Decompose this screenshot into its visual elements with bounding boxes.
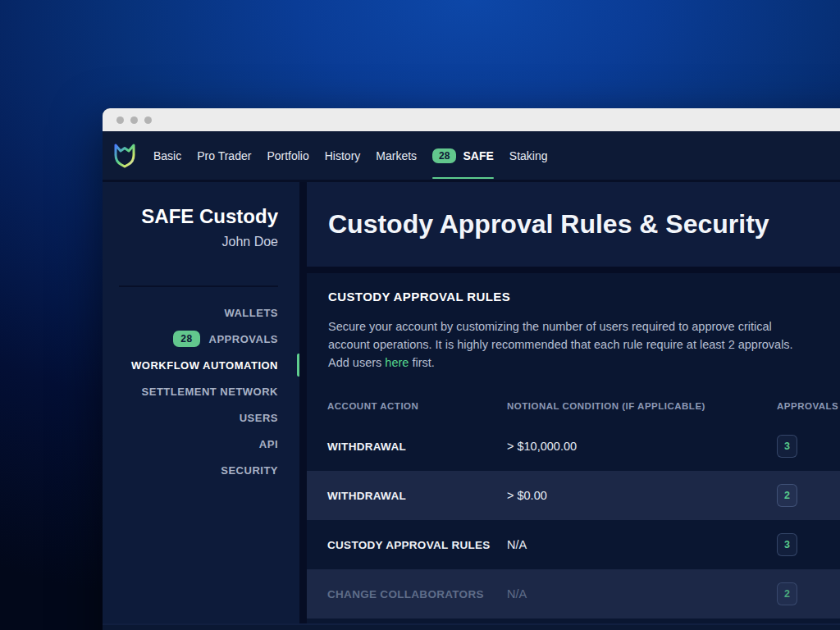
section-title: CUSTODY APPROVAL RULES (307, 290, 840, 304)
main-area: Custody Approval Rules & Security CUSTOD… (299, 182, 840, 630)
safe-sidebar: SAFE Custody John Doe WALLETS28APPROVALS… (103, 182, 299, 630)
table-row-withdrawal[interactable]: WITHDRAWAL> $10,000.003 (307, 422, 840, 471)
nav-item-basic[interactable]: Basic (153, 130, 181, 181)
nav-badge-count: 28 (432, 148, 456, 163)
cell-account-action: WITHDRAWAL (327, 490, 507, 502)
nav-item-portfolio[interactable]: Portfolio (267, 130, 308, 181)
brand-logo[interactable] (109, 140, 140, 171)
nav-item-pro-trader[interactable]: Pro Trader (197, 130, 251, 181)
nav-item-markets[interactable]: Markets (376, 130, 417, 181)
fox-logo-icon (110, 141, 139, 171)
content-row: SAFE Custody John Doe WALLETS28APPROVALS… (103, 182, 840, 630)
table-row-change-collaborators[interactable]: CHANGE COLLABORATORSN/A2 (307, 569, 840, 619)
browser-window: BasicPro TraderPortfolioHistoryMarkets28… (103, 108, 840, 630)
top-navbar: BasicPro TraderPortfolioHistoryMarkets28… (103, 131, 840, 182)
table-row-custody-approval-rules[interactable]: CUSTODY APPROVAL RULESN/A3 (307, 520, 840, 569)
column-header-approvals-required: APPROVALS REQUIRED (777, 401, 840, 411)
sidebar-divider (119, 285, 278, 287)
approvals-count-badge[interactable]: 2 (777, 484, 797, 507)
sidebar-item-security[interactable]: SECURITY (103, 457, 299, 483)
cell-approvals: 2 (777, 582, 840, 605)
sidebar-title: SAFE Custody (103, 205, 299, 228)
window-close-button[interactable] (116, 116, 124, 124)
nav-item-label: History (325, 149, 361, 162)
sidebar-item-label: WALLETS (224, 307, 278, 319)
sidebar-item-approvals[interactable]: 28APPROVALS (103, 326, 299, 352)
nav-items: BasicPro TraderPortfolioHistoryMarkets28… (153, 130, 548, 181)
nav-item-label: Staking (509, 149, 548, 162)
nav-item-staking[interactable]: Staking (509, 130, 548, 181)
window-minimize-button[interactable] (130, 116, 138, 124)
sidebar-item-users[interactable]: USERS (103, 404, 299, 431)
cell-approvals: 2 (777, 484, 840, 507)
approval-rules-table: ACCOUNT ACTIONNOTIONAL CONDITION (IF APP… (307, 390, 840, 619)
sidebar-item-label: USERS (240, 412, 278, 424)
cell-notional-condition: > $10,000.00 (507, 440, 777, 453)
sidebar-username: John Doe (103, 235, 299, 249)
sidebar-item-wallets[interactable]: WALLETS (103, 299, 299, 326)
approvals-count-badge[interactable]: 3 (777, 435, 797, 458)
nav-item-label: Markets (376, 149, 417, 162)
table-body: WITHDRAWAL> $10,000.003WITHDRAWAL> $0.00… (307, 422, 840, 619)
nav-item-label: Basic (153, 149, 181, 162)
cell-notional-condition: N/A (507, 587, 777, 600)
sidebar-item-api[interactable]: API (103, 431, 299, 457)
custody-rules-panel: CUSTODY APPROVAL RULES Secure your accou… (307, 273, 840, 630)
cell-approvals: 3 (777, 533, 840, 556)
window-maximize-button[interactable] (144, 116, 152, 124)
table-header-row: ACCOUNT ACTIONNOTIONAL CONDITION (IF APP… (307, 390, 840, 422)
cell-account-action: CHANGE COLLABORATORS (327, 588, 507, 600)
bottom-ticker-bar: KM 1.00000 (103, 623, 840, 630)
nav-item-safe[interactable]: 28SAFE (432, 130, 494, 181)
sidebar-item-label: SECURITY (221, 464, 278, 477)
description-text-2: first. (409, 356, 434, 369)
sidebar-item-workflow-automation[interactable]: WORKFLOW AUTOMATION (103, 352, 299, 378)
page-title: Custody Approval Rules & Security (328, 209, 769, 240)
column-header-account-action: ACCOUNT ACTION (327, 401, 507, 411)
nav-item-label: Portfolio (267, 149, 308, 162)
cell-approvals: 3 (777, 435, 840, 458)
approvals-count-badge[interactable]: 3 (777, 533, 797, 556)
sidebar-item-settlement-network[interactable]: SETTLEMENT NETWORK (103, 378, 299, 404)
nav-item-label: Pro Trader (197, 149, 251, 162)
sidebar-item-label: WORKFLOW AUTOMATION (131, 359, 278, 372)
section-description: Secure your account by customizing the n… (307, 317, 814, 372)
sidebar-menu: WALLETS28APPROVALSWORKFLOW AUTOMATIONSET… (103, 299, 299, 483)
sidebar-badge-count: 28 (173, 331, 199, 347)
column-header-notional-condition-if-applicable: NOTIONAL CONDITION (IF APPLICABLE) (507, 401, 777, 411)
sidebar-item-label: API (259, 438, 278, 450)
nav-item-label: SAFE (463, 149, 493, 162)
cell-account-action: CUSTODY APPROVAL RULES (327, 539, 507, 551)
cell-notional-condition: N/A (507, 538, 777, 551)
table-row-withdrawal[interactable]: WITHDRAWAL> $0.002 (307, 471, 840, 520)
approvals-count-badge[interactable]: 2 (777, 582, 797, 605)
page-header: Custody Approval Rules & Security (307, 182, 840, 267)
nav-item-history[interactable]: History (325, 130, 361, 181)
add-users-here-link[interactable]: here (385, 356, 409, 369)
window-titlebar (103, 108, 840, 131)
sidebar-item-label: SETTLEMENT NETWORK (142, 386, 278, 398)
app-root: BasicPro TraderPortfolioHistoryMarkets28… (103, 131, 840, 630)
sidebar-item-label: APPROVALS (209, 333, 278, 345)
cell-account-action: WITHDRAWAL (327, 441, 507, 453)
cell-notional-condition: > $0.00 (507, 489, 777, 502)
